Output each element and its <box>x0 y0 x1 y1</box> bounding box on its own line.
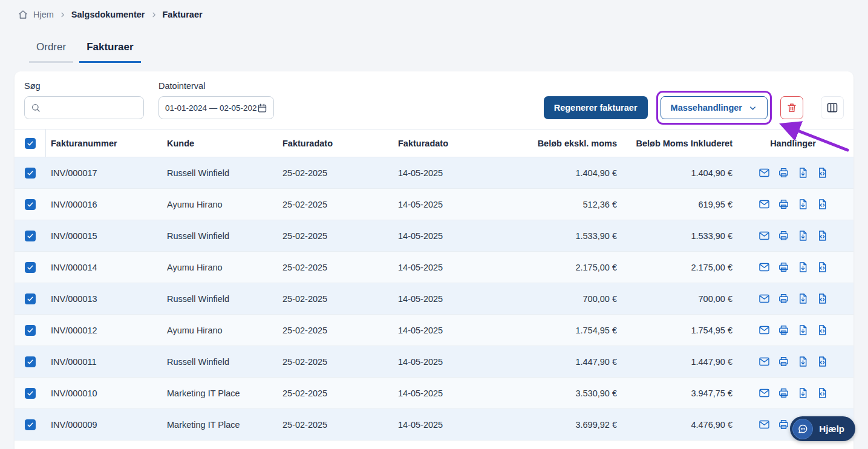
invoice-number: INV/000010 <box>46 388 167 398</box>
home-icon[interactable] <box>18 10 28 19</box>
send-email-icon[interactable] <box>759 356 770 367</box>
search-input[interactable] <box>24 96 144 119</box>
amount-incl-vat: 1.754,95 € <box>617 326 733 335</box>
print-icon[interactable] <box>778 167 789 179</box>
table-row[interactable]: INV/000010 Marketing IT Place 25-02-2025… <box>15 378 853 409</box>
invoice-list-card: Søg Datointerval 01-01-2024 — 02-05-202 … <box>15 71 853 449</box>
table-row[interactable]: INV/000012 Ayumu Hirano 25-02-2025 14-05… <box>15 315 853 346</box>
send-email-icon[interactable] <box>759 167 770 179</box>
bulk-actions-label: Massehandlinger <box>671 103 742 113</box>
print-icon[interactable] <box>778 293 789 304</box>
print-icon[interactable] <box>778 198 789 210</box>
breadcrumb-item-salgsdokumenter[interactable]: Salgsdokumenter <box>71 10 145 19</box>
print-icon[interactable] <box>778 261 789 273</box>
row-checkbox[interactable] <box>25 356 36 367</box>
download-pdf-icon[interactable] <box>797 324 809 336</box>
table-row[interactable]: INV/000015 Russell Winfield 25-02-2025 1… <box>15 220 853 252</box>
calendar-icon[interactable] <box>257 103 267 113</box>
print-icon[interactable] <box>778 356 789 367</box>
download-xml-icon[interactable] <box>817 230 828 241</box>
amount-excl-vat: 1.447,90 € <box>514 357 617 367</box>
download-pdf-icon[interactable] <box>797 261 809 273</box>
invoice-due-date: 14-05-2025 <box>398 388 514 398</box>
download-pdf-icon[interactable] <box>797 387 809 399</box>
table-row[interactable]: INV/000014 Ayumu Hirano 25-02-2025 14-05… <box>15 252 853 283</box>
download-pdf-icon[interactable] <box>797 293 809 304</box>
breadcrumb-item-hjem[interactable]: Hjem <box>33 10 54 19</box>
column-header-fakturadato-1[interactable]: Fakturadato <box>282 139 398 148</box>
print-icon[interactable] <box>778 419 789 430</box>
column-header-belob-ekskl-moms[interactable]: Beløb ekskl. moms <box>514 139 617 148</box>
delete-button[interactable] <box>780 96 803 119</box>
download-xml-icon[interactable] <box>817 324 828 336</box>
table-row[interactable]: INV/000011 Russell Winfield 25-02-2025 1… <box>15 346 853 378</box>
download-xml-icon[interactable] <box>817 356 828 367</box>
bulk-actions-button[interactable]: Massehandlinger <box>661 96 768 119</box>
row-actions <box>733 293 853 304</box>
row-checkbox[interactable] <box>25 388 36 399</box>
tab-ordrer[interactable]: Ordrer <box>29 35 73 63</box>
row-checkbox[interactable] <box>25 168 36 179</box>
row-checkbox[interactable] <box>25 293 36 304</box>
date-range-input[interactable]: 01-01-2024 — 02-05-202 <box>158 96 274 119</box>
download-pdf-icon[interactable] <box>797 356 809 367</box>
column-header-kunde[interactable]: Kunde <box>167 139 282 148</box>
amount-incl-vat: 619,95 € <box>617 200 733 209</box>
help-button[interactable]: Hjælp <box>790 416 855 441</box>
trash-icon <box>786 102 797 113</box>
row-checkbox[interactable] <box>25 419 36 430</box>
send-email-icon[interactable] <box>759 230 770 241</box>
send-email-icon[interactable] <box>759 261 770 273</box>
regenerate-invoices-button[interactable]: Regenerer fakturaer <box>544 96 648 119</box>
filter-bar: Søg Datointerval 01-01-2024 — 02-05-202 … <box>15 71 853 129</box>
row-checkbox[interactable] <box>25 325 36 336</box>
send-email-icon[interactable] <box>759 198 770 210</box>
download-xml-icon[interactable] <box>817 198 828 210</box>
send-email-icon[interactable] <box>759 293 770 304</box>
row-actions <box>733 387 853 399</box>
breadcrumb-item-fakturaer: Fakturaer <box>163 10 203 19</box>
send-email-icon[interactable] <box>759 419 770 430</box>
row-checkbox[interactable] <box>25 262 36 273</box>
tab-fakturaer[interactable]: Fakturaer <box>79 35 140 63</box>
download-xml-icon[interactable] <box>817 167 828 179</box>
invoice-date: 25-02-2025 <box>282 420 398 430</box>
row-checkbox[interactable] <box>25 199 36 210</box>
date-range-label: Datointerval <box>158 81 274 91</box>
column-header-belob-moms-inkluderet[interactable]: Beløb Moms Inkluderet <box>617 139 733 148</box>
invoice-due-date: 14-05-2025 <box>398 326 514 335</box>
table-row[interactable]: INV/000013 Russell Winfield 25-02-2025 1… <box>15 283 853 315</box>
invoice-customer: Ayumu Hirano <box>167 263 282 272</box>
send-email-icon[interactable] <box>759 324 770 336</box>
print-icon[interactable] <box>778 387 789 399</box>
send-email-icon[interactable] <box>759 387 770 399</box>
select-all-checkbox[interactable] <box>25 138 36 149</box>
search-field[interactable] <box>45 103 137 113</box>
invoice-date: 25-02-2025 <box>282 168 398 178</box>
columns-icon <box>826 102 838 114</box>
amount-incl-vat: 2.175,00 € <box>617 263 733 272</box>
invoice-date: 25-02-2025 <box>282 263 398 272</box>
invoice-customer: Marketing IT Place <box>167 388 282 398</box>
table-row[interactable]: INV/000016 Ayumu Hirano 25-02-2025 14-05… <box>15 189 853 220</box>
print-icon[interactable] <box>778 324 789 336</box>
download-pdf-icon[interactable] <box>797 167 809 179</box>
invoice-due-date: 14-05-2025 <box>398 231 514 241</box>
amount-excl-vat: 1.754,95 € <box>514 326 617 335</box>
invoice-due-date: 14-05-2025 <box>398 168 514 178</box>
table-row[interactable]: INV/000009 Marketing IT Place 25-02-2025… <box>15 409 853 441</box>
column-header-fakturanummer[interactable]: Fakturanummer <box>46 139 167 148</box>
amount-incl-vat: 1.404,90 € <box>617 168 733 178</box>
download-xml-icon[interactable] <box>817 293 828 304</box>
print-icon[interactable] <box>778 230 789 241</box>
download-xml-icon[interactable] <box>817 261 828 273</box>
download-pdf-icon[interactable] <box>797 198 809 210</box>
invoice-number: INV/000011 <box>46 357 167 367</box>
invoice-due-date: 14-05-2025 <box>398 200 514 209</box>
column-header-fakturadato-2[interactable]: Fakturadato <box>398 139 514 148</box>
column-settings-button[interactable] <box>821 96 844 119</box>
row-checkbox[interactable] <box>25 231 36 241</box>
download-xml-icon[interactable] <box>817 387 828 399</box>
download-pdf-icon[interactable] <box>797 230 809 241</box>
table-row[interactable]: INV/000017 Russell Winfield 25-02-2025 1… <box>15 157 853 189</box>
